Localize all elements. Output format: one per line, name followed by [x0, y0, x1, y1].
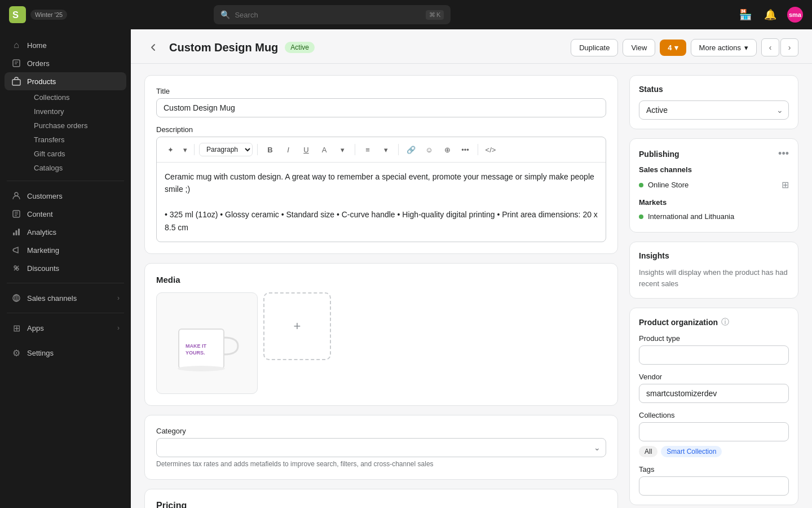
title-input[interactable]	[156, 98, 606, 117]
sidebar-item-customers[interactable]: Customers	[5, 187, 126, 205]
search-input[interactable]	[235, 11, 421, 19]
sidebar-item-label: Marketing	[27, 246, 59, 255]
product-type-input[interactable]	[639, 345, 789, 365]
sidebar-item-label: Sales channels	[27, 294, 77, 303]
collections-label: Collections	[639, 411, 789, 419]
publishing-more-button[interactable]: •••	[778, 148, 789, 160]
media-image[interactable]: MAKE IT YOURS.	[156, 292, 258, 394]
topbar: S Winter '25 🔍 ⌘ K 🏪 🔔 sma	[0, 0, 812, 29]
editor-toolbar: ✦ ▾ Paragraph B I U A	[157, 137, 606, 163]
markets-label: Markets	[639, 198, 789, 207]
sidebar-item-marketing[interactable]: Marketing	[5, 241, 126, 259]
collections-tags: All Smart Collection	[639, 446, 789, 457]
toolbar-divider	[398, 144, 399, 155]
back-button[interactable]	[144, 38, 162, 56]
italic-btn[interactable]: I	[280, 142, 296, 157]
editor-content[interactable]: Ceramic mug with custom design. A great …	[157, 163, 606, 242]
products-icon	[11, 76, 21, 86]
sidebar-item-settings[interactable]: ⚙ Settings	[5, 344, 126, 362]
code-btn[interactable]: </>	[483, 142, 498, 157]
sidebar-item-home[interactable]: ⌂ Home	[5, 36, 126, 54]
apps-icon: ⊞	[11, 323, 21, 333]
sidebar-item-apps[interactable]: ⊞ Apps ›	[5, 319, 126, 337]
svg-point-6	[15, 192, 18, 196]
logo: S Winter '25	[9, 6, 67, 23]
toolbar-divider	[257, 144, 258, 155]
ai-toolbar-btn[interactable]: ✦	[162, 142, 178, 157]
analytics-icon	[11, 227, 21, 237]
sidebar-products-submenu: Collections Inventory Purchase orders Tr…	[5, 90, 126, 175]
svg-rect-2	[13, 60, 20, 67]
category-label: Category	[156, 427, 606, 435]
sidebar: ⌂ Home Orders Products Collections Inven…	[0, 29, 131, 508]
category-card: Category Determines tax rates and adds m…	[144, 415, 618, 480]
sidebar-item-gift-cards[interactable]: Gift cards	[27, 147, 126, 161]
sidebar-item-label: Products	[27, 77, 56, 86]
tag-smart-collection[interactable]: Smart Collection	[661, 446, 722, 457]
duplicate-button[interactable]: Duplicate	[571, 39, 618, 56]
media-btn[interactable]: ⊕	[439, 142, 455, 157]
tag-all[interactable]: All	[639, 446, 657, 457]
insights-card: Insights Insights will display when the …	[629, 242, 798, 299]
topbar-icons: 🏪 🔔 sma	[738, 7, 803, 23]
sidebar-item-inventory[interactable]: Inventory	[27, 104, 126, 119]
store-icon[interactable]: 🏪	[738, 7, 753, 23]
status-card: Status Active Draft	[629, 75, 798, 129]
sidebar-item-label: Content	[27, 210, 53, 218]
svg-rect-5	[12, 80, 20, 85]
nav-count-button[interactable]: 4 ▾	[660, 40, 686, 56]
sidebar-item-purchase-orders[interactable]: Purchase orders	[27, 119, 126, 133]
more-btn[interactable]: •••	[457, 142, 473, 157]
sidebar-item-sales-channels[interactable]: Sales channels ›	[5, 289, 126, 307]
tags-input[interactable]	[639, 476, 789, 496]
title-card: Title Description ✦ ▾ Paragrap	[144, 75, 618, 254]
align-btn[interactable]: ≡	[360, 142, 376, 157]
collections-input[interactable]	[639, 422, 789, 441]
notification-icon[interactable]: 🔔	[762, 7, 778, 23]
sidebar-item-transfers[interactable]: Transfers	[27, 133, 126, 147]
status-title: Status	[639, 85, 789, 94]
sidebar-item-discounts[interactable]: Discounts	[5, 259, 126, 277]
add-media-button[interactable]: +	[263, 292, 331, 360]
paragraph-select[interactable]: Paragraph	[199, 143, 253, 156]
chevron-btn[interactable]: ▾	[334, 142, 350, 157]
sidebar-item-catalogs[interactable]: Catalogs	[27, 161, 126, 175]
status-select[interactable]: Active Draft	[639, 100, 789, 120]
vendor-input[interactable]	[639, 384, 789, 403]
svg-rect-13	[18, 229, 20, 235]
ai-chevron-btn[interactable]: ▾	[180, 142, 189, 157]
sidebar-item-label: Settings	[27, 349, 54, 357]
avatar[interactable]: sma	[787, 7, 803, 23]
channel-link-icon[interactable]: ⊞	[782, 179, 789, 190]
view-button[interactable]: View	[623, 39, 655, 56]
sidebar-item-orders[interactable]: Orders	[5, 54, 126, 72]
sidebar-item-label: Apps	[27, 324, 44, 332]
sidebar-item-content[interactable]: Content	[5, 205, 126, 223]
pricing-card: Pricing Price € Compare-at price	[144, 489, 618, 508]
sidebar-item-products[interactable]: Products	[5, 72, 126, 90]
color-btn[interactable]: A	[316, 142, 332, 157]
search-icon: 🔍	[220, 10, 230, 19]
chevron-right-icon: ›	[117, 294, 120, 302]
sidebar-item-collections[interactable]: Collections	[27, 90, 126, 104]
search-bar[interactable]: 🔍 ⌘ K	[214, 5, 451, 24]
sidebar-item-label: Orders	[27, 59, 50, 68]
emoji-btn[interactable]: ☺	[421, 142, 437, 157]
svg-text:MAKE IT: MAKE IT	[186, 343, 207, 349]
publishing-header: Publishing •••	[639, 148, 789, 160]
status-select-wrap: Active Draft	[639, 100, 789, 120]
align-chevron-btn[interactable]: ▾	[378, 142, 394, 157]
prev-button[interactable]: ‹	[761, 38, 779, 56]
description-para2: • 325 ml (11oz) • Glossy ceramic • Stand…	[165, 208, 598, 234]
more-actions-button[interactable]: More actions ▾	[691, 39, 757, 56]
sidebar-item-analytics[interactable]: Analytics	[5, 223, 126, 241]
description-para1: Ceramic mug with custom design. A great …	[165, 170, 598, 196]
category-select[interactable]	[156, 438, 606, 457]
sidebar-item-label: Customers	[27, 192, 63, 200]
underline-btn[interactable]: U	[298, 142, 314, 157]
online-store-name: Online Store	[648, 181, 689, 189]
link-btn[interactable]: 🔗	[403, 142, 419, 157]
next-button[interactable]: ›	[780, 38, 798, 56]
info-icon[interactable]: ⓘ	[721, 317, 729, 327]
bold-btn[interactable]: B	[262, 142, 278, 157]
